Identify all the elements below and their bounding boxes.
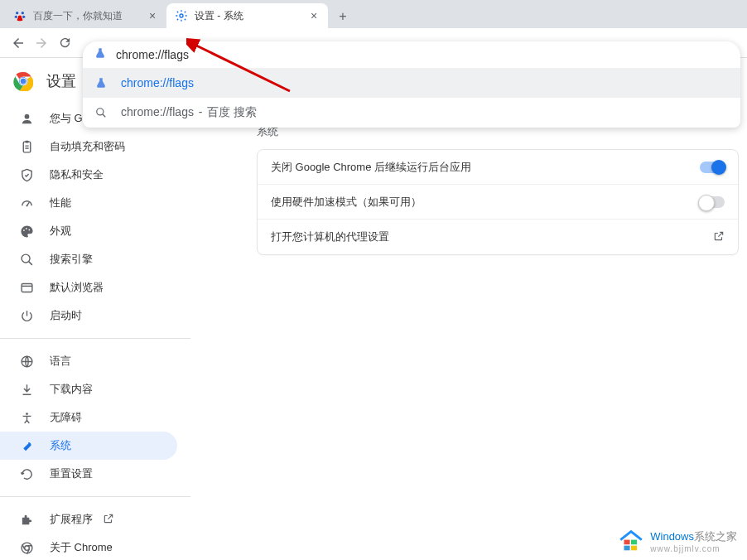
settings-row-label: 关闭 Google Chrome 后继续运行后台应用 <box>271 160 471 175</box>
settings-row[interactable]: 打开您计算机的代理设置 <box>258 220 738 254</box>
svg-point-0 <box>16 12 18 14</box>
globe-icon <box>18 355 35 369</box>
watermark-url: www.bjjmlv.com <box>650 544 737 553</box>
watermark-brand: Windows <box>650 530 694 543</box>
external-link-icon <box>103 513 114 527</box>
sidebar-item-label: 默认浏览器 <box>50 280 104 295</box>
restore-icon <box>18 467 35 481</box>
sidebar-item-label: 搜索引擎 <box>50 252 93 267</box>
omnibox-input[interactable]: chrome://flags <box>116 48 729 61</box>
forward-button[interactable] <box>30 31 53 55</box>
speedometer-icon <box>18 196 35 210</box>
sidebar-item-label: 系统 <box>50 438 71 453</box>
svg-point-17 <box>22 254 30 263</box>
suggestion-secondary: 百度 搜索 <box>207 105 257 118</box>
suggestion-text: chrome://flags <box>121 105 194 118</box>
flask-icon <box>94 47 106 62</box>
svg-point-13 <box>26 205 27 206</box>
sidebar-item-label: 关于 Chrome <box>50 540 113 555</box>
svg-rect-18 <box>22 283 32 292</box>
svg-rect-12 <box>25 140 28 142</box>
nav-divider <box>0 496 190 497</box>
sidebar-item-label: 启动时 <box>50 308 82 323</box>
sidebar-item-label: 性能 <box>50 196 71 210</box>
tab-title: 设置 - 系统 <box>195 9 308 23</box>
sidebar-item-privacy[interactable]: 隐私和安全 <box>0 161 177 189</box>
svg-rect-24 <box>624 540 630 545</box>
external-link-icon <box>713 230 725 244</box>
sidebar-item-performance[interactable]: 性能 <box>0 189 177 217</box>
toggle-switch[interactable] <box>700 196 725 208</box>
accessibility-icon <box>18 411 35 425</box>
svg-rect-25 <box>631 540 637 545</box>
tab-settings[interactable]: 设置 - 系统 × <box>166 3 328 28</box>
settings-row: 关闭 Google Chrome 后继续运行后台应用 <box>258 150 738 185</box>
svg-point-5 <box>97 108 104 114</box>
sidebar-item-label: 无障碍 <box>50 410 82 425</box>
close-icon[interactable]: × <box>308 10 320 22</box>
sidebar-item-label: 语言 <box>50 354 71 369</box>
sidebar-item-system[interactable]: 系统 <box>0 432 177 460</box>
page-title: 设置 <box>46 71 76 91</box>
suggestion-search[interactable]: chrome://flags - 百度 搜索 <box>83 98 740 128</box>
omnibox-dropdown: chrome://flags chrome://flags chrome://f… <box>83 41 740 128</box>
suggestion-text: chrome://flags <box>121 76 194 89</box>
suggestion-flags[interactable]: chrome://flags <box>83 68 740 98</box>
sidebar-item-label: 外观 <box>50 224 71 239</box>
clipboard-icon <box>18 140 35 154</box>
back-button[interactable] <box>7 31 30 55</box>
main-panel: 系统 关闭 Google Chrome 后继续运行后台应用使用硬件加速模式（如果… <box>190 58 747 560</box>
baidu-favicon <box>13 9 27 22</box>
search-icon <box>94 107 108 118</box>
sidebar-item-autofill[interactable]: 自动填充和密码 <box>0 133 177 161</box>
sidebar-item-default-browser[interactable]: 默认浏览器 <box>0 273 177 302</box>
toolbar: chrome://flags chrome://flags chrome://f… <box>0 28 747 58</box>
svg-rect-27 <box>631 546 637 551</box>
sidebar-item-label: 重置设置 <box>50 466 93 481</box>
close-icon[interactable]: × <box>147 10 158 22</box>
svg-point-20 <box>26 413 28 415</box>
new-tab-button[interactable]: + <box>331 5 354 28</box>
person-icon <box>18 112 35 126</box>
palette-icon <box>18 224 35 239</box>
tab-baidu[interactable]: 百度一下，你就知道 × <box>5 3 166 28</box>
svg-point-14 <box>23 229 25 231</box>
shield-icon <box>18 168 35 182</box>
puzzle-icon <box>18 513 35 527</box>
wrench-icon <box>18 439 35 453</box>
svg-point-2 <box>15 16 17 18</box>
settings-favicon <box>175 9 188 22</box>
content: 您与 Google自动填充和密码隐私和安全性能外观搜索引擎默认浏览器启动时语言下… <box>0 58 747 560</box>
svg-point-1 <box>22 12 24 14</box>
settings-row-label: 使用硬件加速模式（如果可用） <box>271 195 422 210</box>
chrome-logo-icon <box>13 71 33 91</box>
download-icon <box>18 383 35 397</box>
sidebar-item-downloads[interactable]: 下载内容 <box>0 375 177 403</box>
toggle-switch[interactable] <box>700 162 725 173</box>
sidebar-item-on-startup[interactable]: 启动时 <box>0 302 177 330</box>
sidebar-item-label: 扩展程序 <box>50 512 93 527</box>
svg-point-15 <box>25 228 27 229</box>
svg-point-4 <box>180 14 183 17</box>
svg-point-16 <box>28 229 30 230</box>
omnibox-input-row[interactable]: chrome://flags <box>83 41 740 68</box>
power-icon <box>18 309 35 323</box>
sidebar-item-extensions[interactable]: 扩展程序 <box>0 505 177 533</box>
sidebar-item-search-engine[interactable]: 搜索引擎 <box>0 245 177 273</box>
reload-button[interactable] <box>53 31 76 55</box>
sidebar-item-label: 自动填充和密码 <box>50 139 125 154</box>
sidebar-item-about[interactable]: 关于 Chrome <box>0 533 177 560</box>
sidebar-item-label: 下载内容 <box>50 382 93 397</box>
watermark: Windows系统之家 www.bjjmlv.com <box>617 527 737 555</box>
svg-point-3 <box>22 16 25 18</box>
chrome-icon <box>18 541 35 555</box>
sidebar-item-reset[interactable]: 重置设置 <box>0 460 177 488</box>
settings-row: 使用硬件加速模式（如果可用） <box>258 185 738 220</box>
nav-divider <box>0 338 190 339</box>
svg-rect-26 <box>624 546 630 551</box>
sidebar-item-languages[interactable]: 语言 <box>0 347 177 375</box>
sidebar-item-appearance[interactable]: 外观 <box>0 217 177 245</box>
flask-icon <box>94 77 108 89</box>
tab-bar: 百度一下，你就知道 × 设置 - 系统 × + <box>0 0 747 28</box>
sidebar-item-accessibility[interactable]: 无障碍 <box>0 403 177 432</box>
